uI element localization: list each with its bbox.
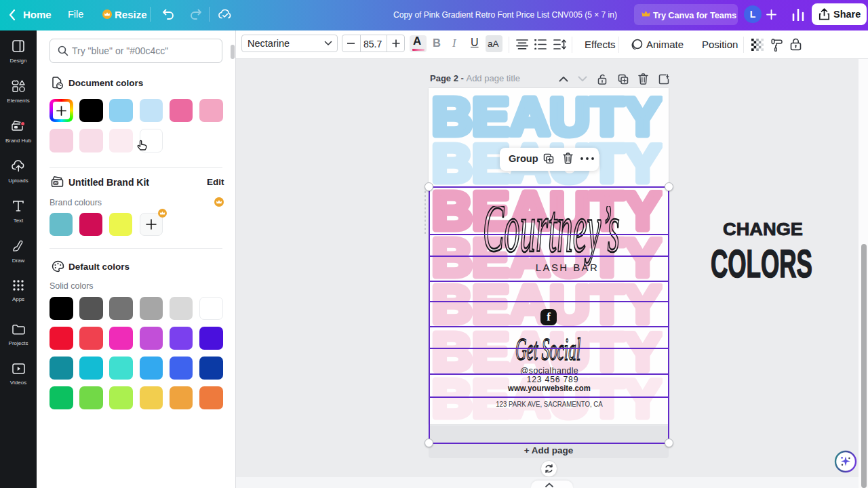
svg-text:Get Social: Get Social bbox=[515, 334, 580, 365]
svg-text:COLORS: COLORS bbox=[711, 242, 812, 279]
svg-text:CO: CO bbox=[54, 182, 58, 184]
svg-text:BEAUTY: BEAUTY bbox=[432, 94, 661, 140]
svg-text:Courtney’s: Courtney’s bbox=[483, 206, 620, 266]
svg-text:CHANGE: CHANGE bbox=[723, 219, 803, 237]
